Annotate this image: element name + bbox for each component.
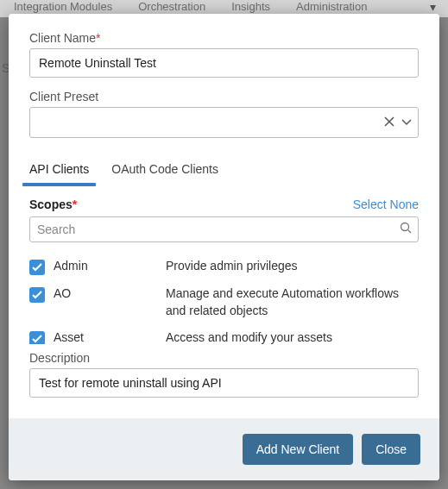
tab-oauth-clients[interactable]: OAuth Code Clients bbox=[111, 155, 218, 185]
scope-checkbox[interactable] bbox=[29, 331, 45, 344]
caret-icon[interactable]: ▾ bbox=[430, 0, 436, 14]
scope-name: AO bbox=[54, 285, 157, 300]
required-asterisk: * bbox=[73, 197, 77, 211]
modal-footer: Add New Client Close bbox=[9, 418, 439, 480]
scope-checkbox[interactable] bbox=[29, 260, 45, 275]
scopes-title: Scopes* bbox=[29, 197, 77, 211]
label-text: Client Name bbox=[29, 31, 96, 45]
add-client-modal: Client Name* Client Preset API Clients bbox=[9, 14, 439, 480]
modal-body: Client Name* Client Preset API Clients bbox=[9, 14, 439, 418]
client-preset-field: Client Preset bbox=[29, 90, 419, 138]
svg-point-0 bbox=[401, 223, 409, 231]
required-asterisk: * bbox=[96, 31, 100, 45]
search-icon[interactable] bbox=[400, 222, 412, 237]
nav-item[interactable]: Insights bbox=[231, 0, 270, 13]
client-name-label: Client Name* bbox=[29, 31, 419, 45]
description-label: Description bbox=[29, 351, 419, 365]
scope-name: Asset bbox=[54, 329, 157, 344]
client-preset-label: Client Preset bbox=[29, 90, 419, 103]
scopes-search bbox=[29, 216, 419, 242]
select-none-link[interactable]: Select None bbox=[353, 197, 419, 211]
clear-icon[interactable] bbox=[384, 116, 394, 129]
tab-api-clients[interactable]: API Clients bbox=[29, 155, 89, 185]
scopes-title-text: Scopes bbox=[29, 197, 73, 211]
client-type-tabs: API Clients OAuth Code Clients bbox=[29, 155, 419, 185]
scope-desc: Provide admin privileges bbox=[166, 258, 419, 275]
client-name-input[interactable] bbox=[29, 48, 419, 78]
scopes-header: Scopes* Select None bbox=[29, 197, 419, 211]
scope-row: Asset Access and modify your assets bbox=[29, 324, 419, 344]
client-preset-select[interactable] bbox=[29, 107, 419, 138]
scope-row: AO Manage and execute Automation workflo… bbox=[29, 280, 419, 324]
scopes-list: Admin Provide admin privileges AO Manage… bbox=[29, 253, 419, 344]
nav-item[interactable]: Orchestration bbox=[138, 0, 205, 13]
close-button[interactable]: Close bbox=[362, 434, 420, 465]
scope-row: Admin Provide admin privileges bbox=[29, 253, 419, 280]
nav-item[interactable]: Administration bbox=[296, 0, 367, 13]
svg-line-1 bbox=[408, 230, 412, 234]
scope-checkbox[interactable] bbox=[29, 287, 45, 303]
add-new-client-button[interactable]: Add New Client bbox=[243, 434, 354, 465]
scope-desc: Access and modify your assets bbox=[166, 329, 419, 344]
description-field: Description bbox=[29, 351, 419, 398]
scope-desc: Manage and execute Automation workflows … bbox=[166, 285, 419, 319]
scope-name: Admin bbox=[54, 258, 157, 273]
description-input[interactable] bbox=[29, 368, 419, 398]
nav-item[interactable]: Integration Modules bbox=[14, 0, 112, 13]
search-input[interactable] bbox=[29, 216, 419, 242]
client-name-field: Client Name* bbox=[29, 31, 419, 78]
chevron-down-icon[interactable] bbox=[401, 119, 412, 126]
